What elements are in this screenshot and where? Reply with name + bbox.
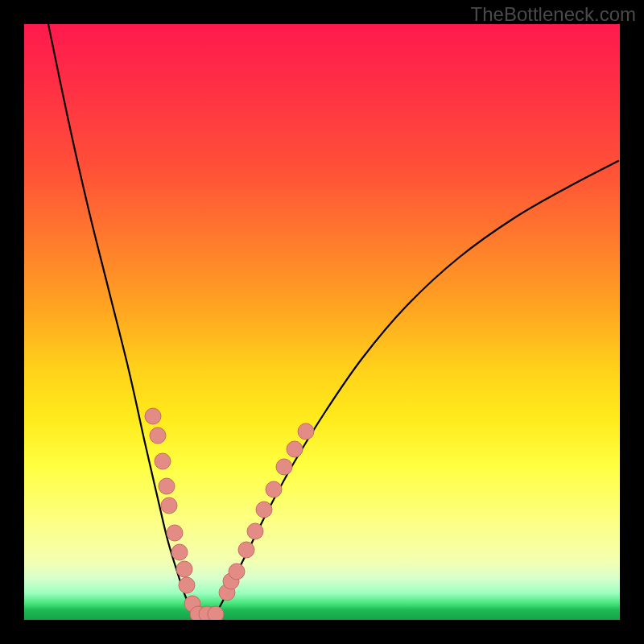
marker-dot bbox=[256, 502, 272, 518]
chart-svg bbox=[24, 24, 620, 620]
marker-dot bbox=[238, 542, 254, 558]
marker-dot bbox=[155, 453, 171, 469]
marker-dot bbox=[229, 564, 245, 580]
marker-dot bbox=[145, 408, 161, 424]
marker-dot bbox=[159, 478, 175, 494]
marker-dot bbox=[208, 606, 224, 620]
plot-area bbox=[24, 24, 620, 620]
outer-frame: TheBottleneck.com bbox=[0, 0, 644, 644]
marker-dot bbox=[179, 577, 195, 593]
marker-dot bbox=[176, 561, 192, 577]
marker-dot bbox=[167, 525, 183, 541]
marker-dot bbox=[150, 427, 166, 444]
marker-dot bbox=[266, 481, 282, 497]
curve-group bbox=[48, 24, 618, 617]
watermark-text: TheBottleneck.com bbox=[471, 3, 636, 26]
marker-dot bbox=[287, 441, 303, 457]
marker-dot bbox=[247, 523, 263, 539]
right-curve bbox=[213, 161, 618, 617]
marker-dot bbox=[161, 497, 177, 514]
marker-dots-group bbox=[145, 408, 314, 620]
marker-dot bbox=[171, 544, 188, 560]
marker-dot bbox=[276, 459, 292, 475]
marker-dot bbox=[298, 423, 314, 440]
